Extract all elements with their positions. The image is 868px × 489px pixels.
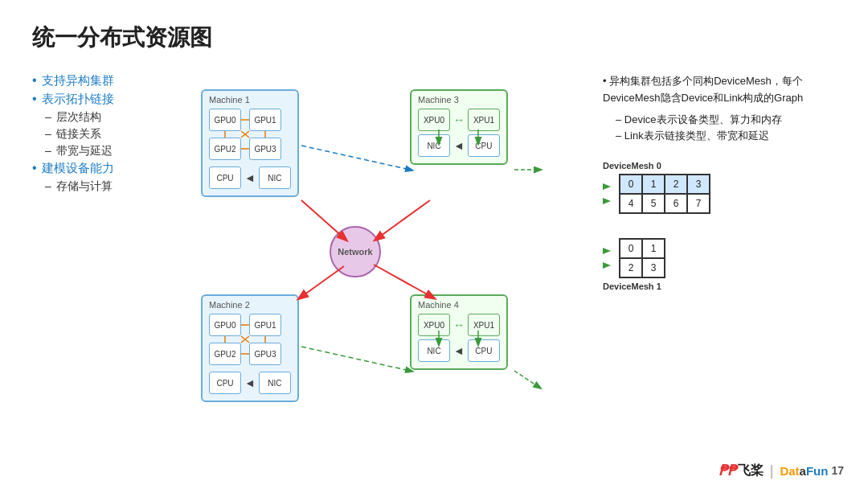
divider: |	[770, 462, 774, 479]
m4-cpu: CPU	[468, 339, 500, 362]
devicemesh1-container: 0 1 2 3 DeviceMesh 1	[603, 238, 844, 291]
mesh1-cell-1: 1	[642, 239, 665, 258]
sub-hierarchy: 层次结构	[45, 110, 193, 125]
mesh1-cell-3: 3	[642, 258, 665, 277]
mesh0-cell-4: 4	[620, 194, 642, 213]
mesh0-cell-2: 2	[665, 175, 687, 194]
svg-line-14	[378, 200, 430, 238]
svg-marker-26	[603, 248, 611, 254]
devicemesh1-grid: 0 1 2 3	[619, 238, 665, 278]
m4-nic: NIC	[418, 339, 450, 362]
page-number: 17	[831, 464, 844, 477]
arrow-right-4	[603, 259, 614, 272]
page-title: 统一分布式资源图	[0, 0, 868, 61]
diagram-area: Machine 1 GPU0 GPU1 GPU2 GPU3	[193, 65, 595, 483]
arrow-right-1	[603, 180, 614, 193]
machine3-label: Machine 3	[418, 95, 459, 105]
mesh0-cell-1: 1	[642, 175, 665, 194]
brand-pp-icon: ₱₱	[719, 462, 736, 479]
left-panel: 支持异构集群 表示拓扑链接 层次结构 链接关系 带宽与延迟 建模设备能力 存储与…	[32, 65, 193, 483]
svg-marker-25	[603, 198, 611, 204]
arrow-right-2	[603, 195, 614, 208]
machine1: Machine 1 GPU0 GPU1 GPU2 GPU3	[201, 89, 299, 197]
machine2: Machine 2 GPU0 GPU1 GPU2 GPU3	[201, 294, 299, 402]
mesh1-cell-0: 0	[620, 239, 642, 258]
m2-nic: NIC	[259, 372, 291, 394]
svg-line-17	[301, 347, 410, 371]
m4-xpu1: XPU1	[468, 314, 500, 336]
sub-link: 链接关系	[45, 127, 193, 142]
network-node: Network	[330, 226, 381, 277]
right-panel: • 异构集群包括多个同构DeviceMesh，每个DeviceMesh隐含Dev…	[595, 65, 844, 483]
sub-bandwidth: 带宽与延迟	[45, 144, 193, 158]
m4-bottom: NIC ◄ CPU	[418, 339, 500, 362]
bullet-hetero: 支持异构集群	[32, 73, 193, 88]
m3-nic: NIC	[418, 134, 450, 157]
machine4: Machine 4 XPU0 ↔ XPU1 NIC ◄ CPU	[410, 294, 508, 370]
m1-gpu-connections	[209, 109, 286, 163]
machine1-label: Machine 1	[209, 95, 250, 105]
mesh0-cell-3: 3	[687, 175, 710, 194]
m3-xpu1: XPU1	[468, 109, 500, 131]
mesh0-cell-5: 5	[642, 194, 665, 213]
m4-xpu-row: XPU0 ↔ XPU1	[418, 314, 500, 336]
m3-xpu0: XPU0	[418, 109, 450, 131]
m1-cpu: CPU	[209, 166, 241, 189]
m4-xpu0: XPU0	[418, 314, 450, 336]
m3-cpu: CPU	[468, 134, 500, 157]
brand-logos: ₱₱ 飞桨 | DataFun 17	[719, 462, 844, 479]
svg-line-19	[514, 371, 538, 387]
mesh1-cell-2: 2	[620, 258, 642, 277]
mesh0-cell-0: 0	[620, 175, 642, 194]
bullet-topo: 表示拓扑链接	[32, 92, 193, 107]
m1-bottom: CPU ◄ NIC	[209, 166, 291, 189]
devicemesh1-label: DeviceMesh 1	[603, 281, 844, 291]
machine2-label: Machine 2	[209, 300, 250, 310]
bullet-model: 建模设备能力	[32, 161, 193, 176]
svg-marker-27	[603, 262, 611, 269]
mesh0-cell-7: 7	[687, 194, 710, 213]
devicemesh0-grid: 0 1 2 3 4 5 6 7	[619, 174, 710, 214]
arrow-right-3	[603, 244, 614, 257]
machine3: Machine 3 XPU0 ↔ XPU1 NIC ◄ CPU	[410, 89, 508, 165]
m3-xpu-row: XPU0 ↔ XPU1	[418, 109, 500, 131]
m2-bottom: CPU ◄ NIC	[209, 372, 291, 394]
devicemesh0-container: DeviceMesh 0 0 1 2 3 4 5 6 7	[603, 161, 844, 214]
m3-bottom: NIC ◄ CPU	[418, 134, 500, 157]
brand-feijian-text: 飞桨	[738, 462, 764, 479]
devicemesh0-label: DeviceMesh 0	[603, 161, 661, 171]
svg-line-16	[301, 146, 410, 170]
sub-storage: 存储与计算	[45, 179, 193, 194]
svg-marker-24	[603, 183, 611, 190]
m2-gpu-connections	[209, 314, 286, 368]
m1-nic: NIC	[259, 166, 291, 189]
svg-line-15	[374, 265, 432, 297]
brand-datafun-text: DataFun	[780, 464, 828, 478]
right-description: • 异构集群包括多个同构DeviceMesh，每个DeviceMesh隐含Dev…	[603, 73, 844, 145]
footer: ₱₱ 飞桨 | DataFun 17	[719, 462, 844, 479]
machine4-label: Machine 4	[418, 300, 459, 310]
mesh0-cell-6: 6	[665, 194, 687, 213]
m2-cpu: CPU	[209, 372, 241, 394]
